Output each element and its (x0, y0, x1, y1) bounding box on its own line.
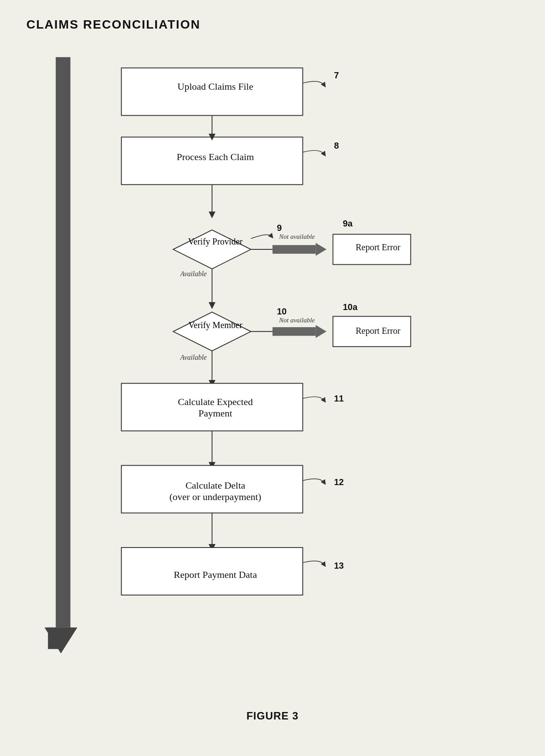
report-error-9a-label: Report Error (356, 242, 400, 252)
report-error-9a-box: Report Error (338, 232, 418, 263)
svg-marker-16 (173, 312, 251, 351)
verify-member-label: Verify Member (176, 320, 255, 330)
upload-claims-label: Upload Claims File (178, 81, 253, 92)
page: CLAIMS RECONCILIATION (0, 0, 545, 756)
report-error-10a-box: Report Error (338, 315, 418, 346)
svg-marker-4 (48, 628, 71, 649)
process-each-box: Process Each Claim (123, 133, 308, 181)
diagram-container: Upload Claims File 7 Process Each Claim … (26, 45, 519, 727)
not-available-10-label: Not available (279, 317, 315, 324)
step-11-number: 11 (334, 394, 344, 404)
svg-marker-10 (173, 230, 251, 269)
step-10-number: 10 (277, 307, 287, 317)
figure-caption: FIGURE 3 (247, 710, 299, 722)
calculate-expected-box: Calculate Expected Payment (123, 383, 308, 432)
step-9a-number: 9a (343, 219, 352, 229)
step-13-number: 13 (334, 561, 344, 571)
page-title: CLAIMS RECONCILIATION (26, 18, 519, 32)
available-9-label: Available (180, 270, 207, 278)
step-9-number: 9 (277, 223, 282, 233)
process-each-label: Process Each Claim (177, 151, 254, 163)
calculate-delta-box: Calculate Delta (over or underpayment) (123, 467, 308, 515)
report-payment-label: Report Payment Data (174, 569, 257, 581)
step-8-number: 8 (334, 141, 339, 151)
report-error-10a-label: Report Error (356, 326, 400, 336)
not-available-9-label: Not available (279, 233, 315, 241)
calculate-expected-label: Calculate Expected Payment (178, 396, 253, 419)
svg-marker-19 (316, 325, 327, 338)
step-12-number: 12 (334, 477, 344, 487)
verify-provider-label: Verify Provider (176, 237, 255, 247)
step-7-number: 7 (334, 70, 339, 80)
report-payment-box: Report Payment Data (123, 551, 308, 599)
svg-rect-12 (272, 245, 316, 254)
calculate-delta-label: Calculate Delta (over or underpayment) (170, 480, 262, 503)
svg-rect-3 (56, 57, 70, 628)
svg-marker-5 (44, 628, 77, 654)
step-10a-number: 10a (343, 302, 357, 312)
svg-rect-18 (272, 327, 316, 336)
upload-claims-box: Upload Claims File (123, 62, 308, 111)
available-10-label: Available (180, 354, 207, 362)
svg-marker-13 (316, 243, 327, 256)
